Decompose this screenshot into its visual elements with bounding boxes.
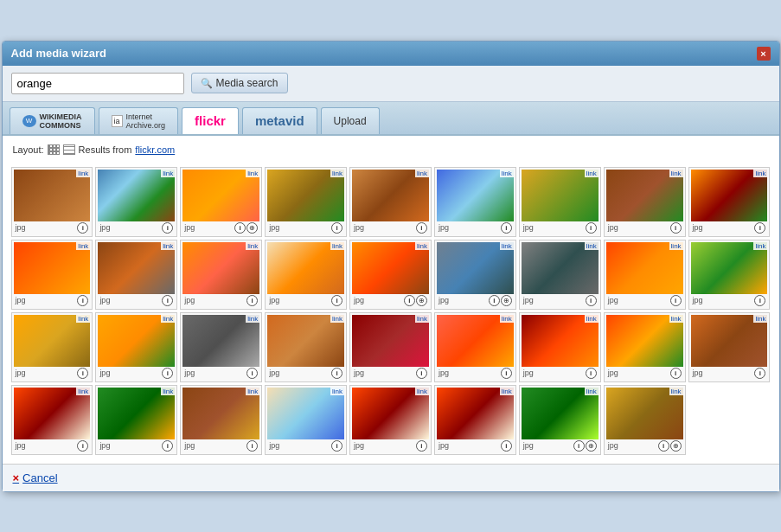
link-badge-11[interactable]: link [161, 242, 175, 250]
image-cell-14[interactable]: linkjpgi⊕ [349, 240, 432, 310]
image-cell-13[interactable]: linkjpgi [265, 240, 347, 310]
info-icon-16[interactable]: i [586, 295, 597, 306]
image-cell-24[interactable]: linkjpgi [434, 312, 516, 382]
link-badge-34[interactable]: link [585, 388, 599, 395]
link-badge-6[interactable]: link [500, 170, 514, 177]
link-badge-3[interactable]: link [246, 170, 259, 177]
image-cell-34[interactable]: linkjpgi⊕ [519, 385, 601, 455]
info-icon-12[interactable]: i [246, 295, 258, 306]
image-cell-17[interactable]: linkjpgi [604, 240, 686, 310]
info-icon-6[interactable]: i [501, 222, 512, 234]
info-icon-15[interactable]: i [489, 295, 500, 306]
link-badge-9[interactable]: link [753, 170, 767, 177]
info-icon-4[interactable]: i [331, 222, 342, 234]
close-button[interactable]: × [757, 47, 771, 61]
link-badge-19[interactable]: link [76, 315, 90, 323]
link-badge-33[interactable]: link [500, 388, 514, 395]
info-icon-2[interactable]: i [162, 222, 173, 234]
image-cell-12[interactable]: linkjpgi [180, 240, 262, 310]
link-badge-15[interactable]: link [500, 242, 514, 250]
image-cell-2[interactable]: linkjpgi [95, 167, 177, 237]
link-badge-24[interactable]: link [500, 315, 514, 323]
list-layout-icon[interactable] [63, 144, 75, 155]
image-cell-29[interactable]: linkjpgi [95, 385, 177, 455]
info-icon-17[interactable]: i [670, 295, 682, 306]
image-cell-20[interactable]: linkjpgi [95, 312, 177, 382]
info-icon-23[interactable]: i [416, 368, 427, 379]
info-icon-10[interactable]: i [77, 295, 88, 306]
image-cell-33[interactable]: linkjpgi [434, 385, 516, 455]
link-badge-23[interactable]: link [415, 315, 429, 323]
info-icon-20[interactable]: i [162, 368, 173, 379]
tab-flickr[interactable]: flickr [182, 107, 239, 134]
link-badge-4[interactable]: link [330, 170, 344, 177]
info-icon-11[interactable]: i [162, 295, 173, 306]
link-badge-21[interactable]: link [246, 315, 259, 323]
image-cell-11[interactable]: linkjpgi [95, 240, 177, 310]
image-cell-4[interactable]: linkjpgi [265, 167, 347, 237]
info-icon-13[interactable]: i [331, 295, 342, 306]
image-cell-30[interactable]: linkjpgi [180, 385, 262, 455]
info-icon-8[interactable]: i [670, 222, 682, 234]
link-badge-35[interactable]: link [669, 388, 683, 395]
info-icon-9[interactable]: i [754, 222, 765, 234]
zoom-icon-3[interactable]: ⊕ [246, 222, 258, 234]
image-cell-35[interactable]: linkjpgi⊕ [604, 385, 686, 455]
link-badge-30[interactable]: link [246, 388, 259, 395]
image-cell-26[interactable]: linkjpgi [604, 312, 686, 382]
image-cell-18[interactable]: linkjpgi [688, 240, 771, 310]
link-badge-13[interactable]: link [330, 242, 344, 250]
link-badge-5[interactable]: link [415, 170, 429, 177]
info-icon-18[interactable]: i [754, 295, 765, 306]
info-icon-33[interactable]: i [501, 440, 512, 452]
info-icon-29[interactable]: i [162, 440, 173, 452]
link-badge-10[interactable]: link [76, 242, 90, 250]
image-cell-6[interactable]: linkjpgi [434, 167, 516, 237]
link-badge-20[interactable]: link [161, 315, 175, 323]
link-badge-18[interactable]: link [753, 242, 767, 250]
zoom-icon-15[interactable]: ⊕ [501, 295, 512, 306]
zoom-icon-35[interactable]: ⊕ [670, 440, 682, 452]
results-source-link[interactable]: flickr.com [135, 144, 175, 155]
search-input[interactable] [11, 73, 184, 94]
link-badge-25[interactable]: link [585, 315, 599, 323]
link-badge-26[interactable]: link [669, 315, 683, 323]
info-icon-22[interactable]: i [331, 368, 342, 379]
image-cell-27[interactable]: linkjpgi [688, 312, 771, 382]
image-cell-10[interactable]: linkjpgi [11, 240, 93, 310]
grid-layout-icon[interactable] [48, 144, 60, 155]
image-cell-5[interactable]: linkjpgi [349, 167, 432, 237]
link-badge-31[interactable]: link [330, 388, 344, 395]
link-badge-1[interactable]: link [76, 170, 90, 177]
link-badge-8[interactable]: link [669, 170, 683, 177]
info-icon-31[interactable]: i [331, 440, 342, 452]
image-cell-15[interactable]: linkjpgi⊕ [434, 240, 516, 310]
image-cell-19[interactable]: linkjpgi [11, 312, 93, 382]
link-badge-22[interactable]: link [330, 315, 344, 323]
image-cell-32[interactable]: linkjpgi [349, 385, 432, 455]
info-icon-28[interactable]: i [77, 440, 88, 452]
image-cell-3[interactable]: linkjpgi⊕ [180, 167, 262, 237]
link-badge-17[interactable]: link [669, 242, 683, 250]
image-cell-23[interactable]: linkjpgi [349, 312, 432, 382]
info-icon-25[interactable]: i [586, 368, 597, 379]
info-icon-14[interactable]: i [404, 295, 415, 306]
info-icon-32[interactable]: i [416, 440, 427, 452]
info-icon-30[interactable]: i [246, 440, 258, 452]
info-icon-21[interactable]: i [246, 368, 258, 379]
tab-wikimedia[interactable]: W WIKIMEDIACOMMONS [10, 107, 95, 134]
info-icon-35[interactable]: i [658, 440, 669, 452]
zoom-icon-34[interactable]: ⊕ [586, 440, 597, 452]
link-badge-29[interactable]: link [161, 388, 175, 395]
info-icon-27[interactable]: i [754, 368, 765, 379]
info-icon-24[interactable]: i [501, 368, 512, 379]
image-cell-7[interactable]: linkjpgi [519, 167, 601, 237]
image-cell-22[interactable]: linkjpgi [265, 312, 347, 382]
tab-metavid[interactable]: metavid [242, 107, 317, 134]
link-badge-14[interactable]: link [415, 242, 429, 250]
link-badge-16[interactable]: link [585, 242, 599, 250]
info-icon-1[interactable]: i [77, 222, 88, 234]
info-icon-26[interactable]: i [670, 368, 682, 379]
image-cell-31[interactable]: linkjpgi [265, 385, 347, 455]
info-icon-19[interactable]: i [77, 368, 88, 379]
